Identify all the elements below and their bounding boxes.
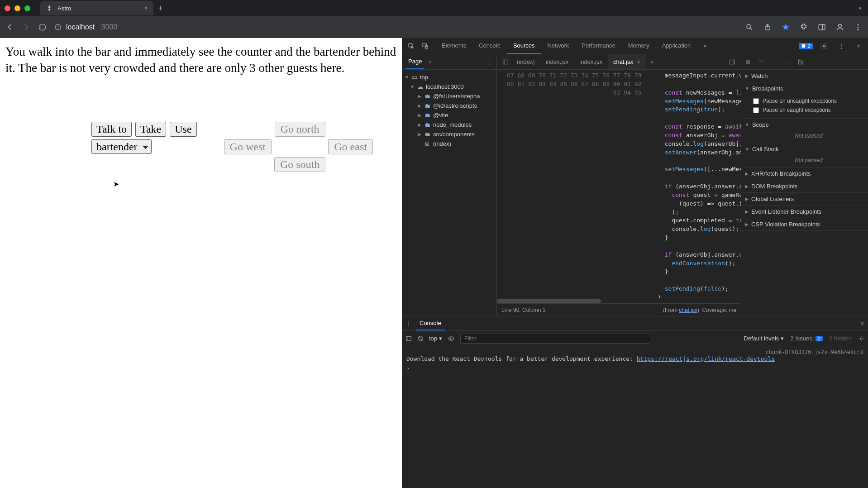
- side-panel-icon[interactable]: [817, 23, 826, 32]
- issues-badge[interactable]: 2: [799, 43, 813, 49]
- code-area[interactable]: 67 68 69 70 71 72 73 74 75 76 77 78 79 8…: [497, 70, 741, 298]
- drawer-tab-console[interactable]: Console: [416, 316, 445, 330]
- profile-icon[interactable]: [835, 23, 844, 32]
- pause-script-icon[interactable]: [745, 59, 751, 65]
- take-button[interactable]: Take: [135, 122, 166, 137]
- context-selector[interactable]: top ▾: [429, 335, 442, 342]
- devtools-close-icon[interactable]: ×: [853, 40, 864, 52]
- nav-overflow-icon[interactable]: »: [428, 58, 431, 65]
- extensions-icon[interactable]: [799, 23, 808, 32]
- event-listener-bp-section[interactable]: ▶Event Listener Breakpoints: [741, 206, 868, 218]
- horizontal-scrollbar[interactable]: [497, 298, 741, 303]
- tree-file[interactable]: 🗎(index): [404, 139, 495, 148]
- tabs-dropdown-icon[interactable]: ▾: [859, 5, 862, 11]
- tree-folder[interactable]: ▶🖿@fs/Users/stepha: [404, 91, 495, 101]
- target-select[interactable]: bartender: [91, 139, 152, 154]
- file-tab[interactable]: (index): [511, 54, 540, 69]
- tree-folder[interactable]: ▶🖿@id/astro:scripts: [404, 101, 495, 110]
- go-south-button[interactable]: Go south: [274, 157, 325, 172]
- pause-uncaught-checkbox[interactable]: Pause on uncaught exceptions: [753, 96, 864, 105]
- reload-button[interactable]: [38, 23, 47, 32]
- tab-elements[interactable]: Elements: [435, 38, 472, 54]
- talk-to-button[interactable]: Talk to: [91, 122, 132, 137]
- bookmark-star-icon[interactable]: [781, 23, 790, 32]
- tree-folder[interactable]: ▶🖿@vite: [404, 110, 495, 120]
- drawer-menu-icon[interactable]: ⋮: [405, 320, 411, 327]
- forward-button[interactable]: [22, 23, 31, 32]
- deactivate-breakpoints-icon[interactable]: [797, 59, 804, 65]
- nav-more-icon[interactable]: ⋮: [487, 58, 493, 65]
- message-source-link[interactable]: chunk-DFKQJ226.js?v=9e6b4e8c:8: [406, 349, 863, 355]
- drawer-close-icon[interactable]: ×: [860, 320, 864, 328]
- close-file-icon[interactable]: ×: [637, 58, 640, 66]
- toggle-navigator-icon[interactable]: [500, 59, 511, 65]
- new-tab-button[interactable]: +: [158, 4, 163, 13]
- tab-sources[interactable]: Sources: [507, 38, 541, 54]
- tabs-overflow-icon[interactable]: »: [697, 38, 713, 54]
- breakpoints-section[interactable]: ▼Breakpoints: [741, 82, 868, 95]
- step-out-icon[interactable]: ↑: [778, 58, 781, 65]
- maximize-window-icon[interactable]: [24, 5, 30, 11]
- devtools-menu-icon[interactable]: ⋮: [835, 40, 847, 52]
- hidden-count: 2 hidden: [829, 335, 852, 342]
- step-over-icon[interactable]: [757, 59, 764, 65]
- toggle-debugger-icon[interactable]: [726, 59, 738, 65]
- site-info-icon[interactable]: [54, 24, 62, 31]
- line-gutter: 67 68 69 70 71 72 73 74 75 76 77 78 79 8…: [497, 70, 646, 298]
- file-tab-active[interactable]: chat.jsx×: [608, 54, 646, 69]
- dom-breakpoints-section[interactable]: ▶DOM Breakpoints: [741, 180, 868, 192]
- file-tab[interactable]: index.jsx: [574, 54, 608, 69]
- search-icon[interactable]: [745, 23, 754, 32]
- file-tab[interactable]: index.jsx: [540, 54, 574, 69]
- close-tab-icon[interactable]: ×: [144, 5, 148, 12]
- xhr-breakpoints-section[interactable]: ▶XHR/fetch Breakpoints: [741, 167, 868, 180]
- file-tabs-overflow-icon[interactable]: »: [646, 58, 658, 65]
- url-box[interactable]: localhost:3000: [54, 23, 117, 31]
- step-into-icon[interactable]: ↓: [769, 58, 773, 65]
- share-icon[interactable]: [763, 23, 772, 32]
- step-icon[interactable]: →: [786, 58, 792, 65]
- tree-top[interactable]: ▼▭top: [404, 72, 495, 82]
- from-file-link[interactable]: chat.jsx: [679, 307, 697, 313]
- scroll-thumb[interactable]: [497, 299, 601, 303]
- go-north-button[interactable]: Go north: [275, 122, 325, 137]
- svg-rect-3: [819, 24, 825, 30]
- console-filter-input[interactable]: [460, 334, 650, 344]
- console-sidebar-icon[interactable]: [405, 335, 412, 342]
- console-output[interactable]: chunk-DFKQJ226.js?v=9e6b4e8c:8 Download …: [402, 346, 868, 488]
- tab-network[interactable]: Network: [541, 38, 576, 54]
- inspect-element-icon[interactable]: [405, 40, 417, 52]
- browser-tab[interactable]: Astro ×: [40, 1, 153, 15]
- issues-link[interactable]: 2 Issues: 2: [790, 335, 823, 342]
- back-button[interactable]: [5, 23, 14, 32]
- tab-memory[interactable]: Memory: [622, 38, 656, 54]
- go-east-button[interactable]: Go east: [328, 139, 373, 154]
- tab-application[interactable]: Application: [656, 38, 697, 54]
- tree-origin[interactable]: ▼☁localhost:3000: [404, 82, 495, 91]
- console-prompt[interactable]: ›: [406, 365, 863, 372]
- use-button[interactable]: Use: [170, 122, 196, 137]
- global-listeners-section[interactable]: ▶Global Listeners: [741, 193, 868, 205]
- tree-folder[interactable]: ▶🖿src/components: [404, 129, 495, 139]
- chrome-menu-icon[interactable]: [854, 23, 863, 32]
- csp-violation-bp-section[interactable]: ▶CSP Violation Breakpoints: [741, 218, 868, 230]
- clear-console-icon[interactable]: [417, 335, 424, 342]
- tab-performance[interactable]: Performance: [575, 38, 621, 54]
- pause-caught-checkbox[interactable]: Pause on caught exceptions: [753, 105, 864, 115]
- scope-section[interactable]: ▼Scope: [741, 119, 868, 131]
- settings-gear-icon[interactable]: [818, 40, 830, 52]
- page-tab[interactable]: Page: [405, 54, 424, 69]
- device-toolbar-icon[interactable]: [419, 40, 431, 52]
- coverage-status: Coverage: n/a: [702, 307, 736, 313]
- go-west-button[interactable]: Go west: [224, 139, 272, 154]
- minimize-window-icon[interactable]: [14, 5, 20, 11]
- tree-folder[interactable]: ▶🖿node_modules: [404, 120, 495, 129]
- console-settings-icon[interactable]: [858, 335, 864, 342]
- watch-section[interactable]: ▶Watch: [741, 70, 868, 82]
- live-expression-icon[interactable]: [448, 335, 455, 342]
- log-levels-selector[interactable]: Default levels ▾: [744, 335, 784, 342]
- close-window-icon[interactable]: [5, 5, 10, 11]
- callstack-section[interactable]: ▼Call Stack: [741, 143, 868, 155]
- tab-console[interactable]: Console: [472, 38, 507, 54]
- react-devtools-link[interactable]: https://reactjs.org/link/react-devtools: [637, 355, 775, 362]
